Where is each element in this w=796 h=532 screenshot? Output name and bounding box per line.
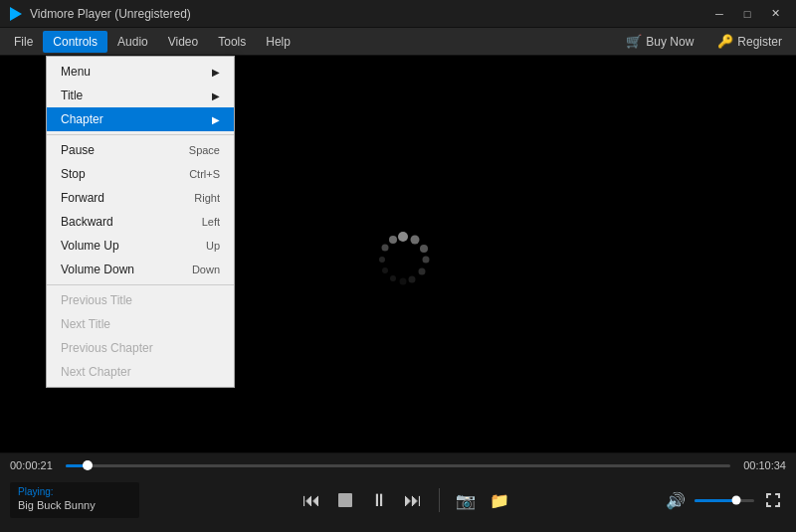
- playing-title: Big Buck Bunny: [18, 499, 131, 511]
- time-total: 00:10:34: [738, 459, 786, 471]
- dd-previous-chapter[interactable]: Previous Chapter: [47, 336, 234, 360]
- controls-divider: [439, 488, 440, 512]
- pause-button[interactable]: ⏸: [365, 486, 393, 514]
- dd-previous-title[interactable]: Previous Title: [47, 288, 234, 312]
- playing-label: Playing:: [18, 486, 131, 497]
- dd-backward[interactable]: Backward Left: [47, 210, 234, 234]
- title-bar: Vidmore Player (Unregistered) ─ □ ✕: [0, 0, 796, 28]
- svg-rect-16: [778, 493, 780, 498]
- progress-area: 00:00:21 00:10:34: [0, 453, 796, 477]
- close-button[interactable]: ✕: [762, 4, 788, 24]
- center-controls: ⏮ ⏸ ⏭ 📷 📁: [147, 486, 663, 514]
- svg-rect-18: [766, 502, 768, 507]
- window-controls: ─ □ ✕: [704, 4, 788, 24]
- stop-button[interactable]: [331, 486, 359, 514]
- cart-icon: 🛒: [626, 34, 642, 49]
- fullscreen-button[interactable]: [760, 487, 786, 513]
- dd-forward[interactable]: Forward Right: [47, 186, 234, 210]
- dd-sep2: [47, 284, 234, 285]
- svg-marker-0: [10, 7, 22, 21]
- volume-thumb[interactable]: [732, 496, 741, 505]
- menu-file[interactable]: File: [4, 31, 43, 53]
- svg-point-12: [389, 236, 397, 244]
- svg-point-9: [382, 267, 388, 273]
- svg-point-8: [390, 275, 396, 281]
- svg-point-6: [409, 275, 416, 282]
- screenshot-button[interactable]: 📷: [452, 486, 480, 514]
- dd-next-chapter[interactable]: Next Chapter: [47, 360, 234, 384]
- menu-video[interactable]: Video: [158, 31, 208, 53]
- controls-row: Playing: Big Buck Bunny ⏮ ⏸ ⏭ 📷 📁 🔊: [0, 477, 796, 523]
- svg-point-5: [419, 267, 426, 274]
- controls-dropdown: Menu ▶ Title ▶ Chapter ▶ Pause Space Sto…: [46, 56, 235, 388]
- dd-volume-up[interactable]: Volume Up Up: [47, 234, 234, 258]
- open-folder-button[interactable]: 📁: [486, 486, 513, 514]
- buy-now-button[interactable]: 🛒 Buy Now: [616, 30, 703, 53]
- next-button[interactable]: ⏭: [399, 486, 427, 514]
- volume-button[interactable]: 🔊: [663, 487, 689, 513]
- register-button[interactable]: 🔑 Register: [707, 30, 792, 53]
- svg-point-2: [411, 235, 420, 244]
- playing-info: Playing: Big Buck Bunny: [10, 482, 139, 518]
- menu-right: 🛒 Buy Now 🔑 Register: [616, 30, 792, 53]
- svg-point-11: [382, 244, 389, 251]
- svg-point-4: [423, 256, 430, 263]
- rewind-button[interactable]: ⏮: [298, 486, 325, 514]
- volume-track[interactable]: [695, 499, 754, 502]
- svg-point-7: [400, 277, 407, 284]
- maximize-button[interactable]: □: [734, 4, 760, 24]
- dd-volume-down[interactable]: Volume Down Down: [47, 258, 234, 281]
- dd-title[interactable]: Title ▶: [47, 84, 234, 107]
- dd-next-title[interactable]: Next Title: [47, 312, 234, 336]
- volume-fill: [695, 499, 736, 502]
- menu-bar: File Controls Audio Video Tools Help 🛒 B…: [0, 28, 796, 56]
- dd-menu[interactable]: Menu ▶: [47, 60, 234, 84]
- dd-sep1: [47, 134, 234, 135]
- menu-audio[interactable]: Audio: [107, 31, 158, 53]
- svg-point-3: [420, 245, 428, 253]
- dd-stop[interactable]: Stop Ctrl+S: [47, 162, 234, 186]
- bottom-bar: 00:00:21 00:10:34 Playing: Big Buck Bunn…: [0, 452, 796, 532]
- progress-thumb[interactable]: [83, 460, 93, 470]
- app-icon: [8, 6, 24, 22]
- svg-rect-20: [778, 502, 780, 507]
- dd-pause[interactable]: Pause Space: [47, 138, 234, 162]
- loading-spinner: [368, 225, 428, 284]
- menu-controls[interactable]: Controls: [43, 31, 107, 53]
- time-current: 00:00:21: [10, 459, 58, 471]
- menu-tools[interactable]: Tools: [208, 31, 256, 53]
- stop-icon: [338, 493, 352, 507]
- key-icon: 🔑: [717, 34, 733, 49]
- svg-point-10: [379, 257, 385, 263]
- svg-point-1: [398, 232, 408, 242]
- minimize-button[interactable]: ─: [706, 4, 732, 24]
- window-title: Vidmore Player (Unregistered): [30, 7, 704, 21]
- right-controls: 🔊: [663, 487, 786, 513]
- volume-area: [695, 499, 754, 502]
- menu-help[interactable]: Help: [256, 31, 300, 53]
- svg-rect-14: [766, 493, 768, 498]
- progress-track[interactable]: [66, 464, 730, 467]
- dd-chapter[interactable]: Chapter ▶: [47, 107, 234, 131]
